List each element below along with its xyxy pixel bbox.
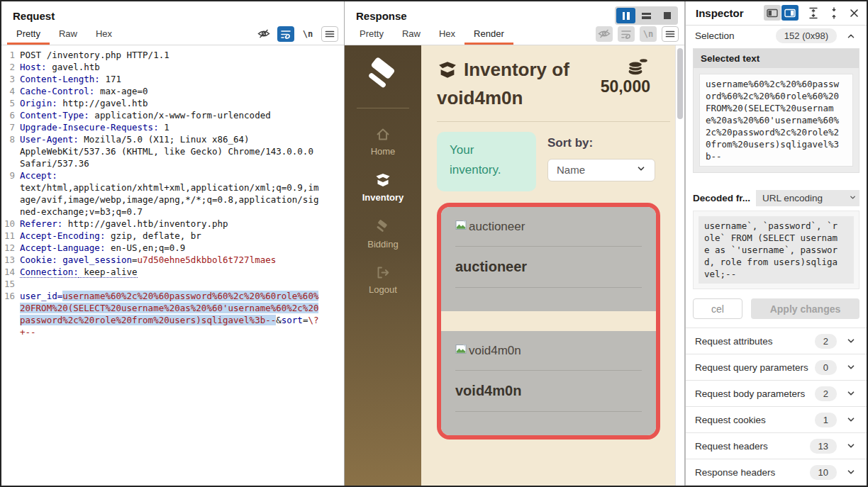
close-icon[interactable] [849, 8, 859, 18]
tab-hex[interactable]: Hex [87, 25, 121, 45]
request-line: 12Accept-Language: en-US,en;q=0.9 [1, 242, 344, 254]
section-label: Request attributes [695, 336, 773, 347]
decoded-row: Decoded fr... URL encoding [693, 190, 859, 206]
request-line: 15 [1, 278, 344, 290]
request-tabbar: PrettyRawHex \n [1, 25, 344, 45]
show-newlines-icon[interactable]: \n [640, 26, 657, 42]
apply-changes-button[interactable]: Apply changes [751, 298, 859, 319]
line-content: Host: gavel.htb [20, 61, 321, 73]
word-wrap-icon[interactable] [277, 26, 294, 42]
hide-highlights-icon[interactable] [255, 26, 272, 42]
response-menu-icon[interactable] [662, 26, 679, 42]
cancel-button[interactable]: cel [693, 298, 742, 319]
sort-dropdown-value: Name [557, 164, 585, 176]
chevron-down-icon[interactable] [846, 441, 857, 451]
stacked-layout-button[interactable] [637, 8, 656, 23]
request-menu-icon[interactable] [321, 26, 338, 42]
chevron-up-icon[interactable] [846, 31, 857, 41]
word-wrap-icon[interactable] [618, 26, 635, 42]
sort-dropdown[interactable]: Name [547, 159, 655, 181]
line-number: 2 [1, 61, 20, 73]
tab-pretty[interactable]: Pretty [350, 25, 393, 45]
sidebar-item-logout[interactable]: Logout [362, 266, 404, 295]
sidebar-item-bidding[interactable]: Bidding [362, 219, 404, 250]
inventory-card: void4m0nvoid4m0n [441, 331, 656, 435]
decoding-mode-dropdown[interactable]: URL encoding [756, 190, 859, 206]
selection-label: Selection [695, 30, 735, 41]
tab-hex[interactable]: Hex [430, 25, 464, 45]
render-main: Inventory of void4m0n 50,000 Your invent… [421, 45, 684, 486]
tab-raw[interactable]: Raw [393, 25, 430, 45]
section-request-headers[interactable]: Request headers13 [686, 432, 867, 459]
inventory-notice: Your inventory. [437, 132, 536, 191]
request-line: 1POST /inventory.php HTTP/1.1 [1, 49, 344, 61]
section-request-attributes[interactable]: Request attributes2 [686, 328, 867, 354]
response-panel: Response PrettyRawHexRender \n HomeInven… [345, 1, 685, 486]
section-label: Response headers [695, 467, 775, 478]
decoded-text-content: username`, `password`, `role` FROM (SELE… [704, 220, 840, 280]
request-line: 14Connection: keep-alive [1, 266, 344, 278]
request-line: 9Accept: text/html,application/xhtml+xml… [1, 169, 344, 218]
tab-raw[interactable]: Raw [50, 25, 87, 45]
header-divider [437, 121, 670, 122]
sort-label: Sort by: [547, 136, 655, 150]
section-response-headers[interactable]: Response headers10 [686, 459, 867, 485]
show-newlines-icon[interactable]: \n [299, 26, 316, 42]
sidebar-item-label: Home [362, 146, 404, 157]
chevron-down-icon[interactable] [846, 467, 857, 477]
sidebar-item-inventory[interactable]: Inventory [362, 173, 404, 203]
hide-highlights-icon[interactable] [596, 26, 613, 42]
render-scrollbar-thumb[interactable] [677, 48, 683, 119]
dock-left-icon[interactable] [764, 5, 781, 21]
request-editor[interactable]: 1POST /inventory.php HTTP/1.12Host: gave… [1, 45, 344, 486]
chevron-down-icon[interactable] [846, 388, 857, 398]
expand-all-icon[interactable] [808, 7, 819, 19]
inventory-icon [374, 177, 391, 189]
section-label: Request headers [695, 441, 768, 452]
inventory-list-highlighted: auctioneerauctioneervoid4m0nvoid4m0n [437, 203, 660, 440]
section-count-badge: 1 [815, 413, 837, 427]
line-number: 4 [1, 85, 20, 97]
tab-pretty[interactable]: Pretty [7, 25, 50, 45]
section-count-badge: 10 [810, 465, 837, 480]
line-number: 16 [1, 290, 20, 338]
tab-render[interactable]: Render [464, 25, 513, 45]
card-divider [455, 411, 642, 412]
chevron-down-icon[interactable] [846, 362, 857, 372]
section-count-badge: 13 [810, 439, 837, 454]
sidebar-divider [357, 108, 409, 108]
line-number: 6 [1, 109, 20, 121]
single-layout-button[interactable] [657, 8, 677, 23]
line-content: Connection: keep-alive [20, 266, 321, 278]
inspector-actions: cel Apply changes [693, 298, 859, 319]
request-line: 8User-Agent: Mozilla/5.0 (X11; Linux x86… [1, 133, 344, 169]
home-icon [376, 131, 390, 143]
request-tabs: PrettyRawHex [7, 25, 121, 45]
sidebar-item-home[interactable]: Home [362, 128, 404, 157]
rows-icon [642, 11, 651, 21]
render-scrollbar[interactable] [675, 45, 684, 486]
chevron-down-icon [636, 164, 646, 176]
section-request-cookies[interactable]: Request cookies1 [686, 406, 867, 432]
line-number: 5 [1, 97, 20, 109]
section-request-query-parameters[interactable]: Request query parameters0 [686, 354, 867, 380]
chevron-down-icon[interactable] [846, 415, 857, 425]
request-panel: Request PrettyRawHex \n 1POST /inventory… [1, 1, 345, 486]
request-panel-title: Request [1, 1, 344, 25]
pause-icon [623, 12, 630, 20]
line-number: 15 [1, 278, 20, 290]
request-line: 3Content-Length: 171 [1, 73, 344, 85]
sidebar-nav: HomeInventoryBiddingLogout [362, 111, 404, 295]
balance-amount: 50,000 [601, 77, 650, 96]
collapse-all-icon[interactable] [828, 7, 840, 19]
section-count-badge: 2 [815, 386, 837, 401]
section-request-body-parameters[interactable]: Request body parameters2 [686, 380, 867, 406]
dock-right-icon[interactable] [781, 5, 799, 21]
pause-layout-button[interactable] [616, 8, 635, 23]
line-content: Content-Length: 171 [20, 73, 321, 85]
selection-section-header[interactable]: Selection 152 (0x98) [686, 26, 867, 47]
chevron-down-icon[interactable] [846, 336, 857, 346]
decoded-text-card: username`, `password`, `role` FROM (SELE… [693, 211, 859, 289]
line-number: 1 [1, 49, 20, 61]
sidebar-item-label: Inventory [362, 192, 404, 203]
